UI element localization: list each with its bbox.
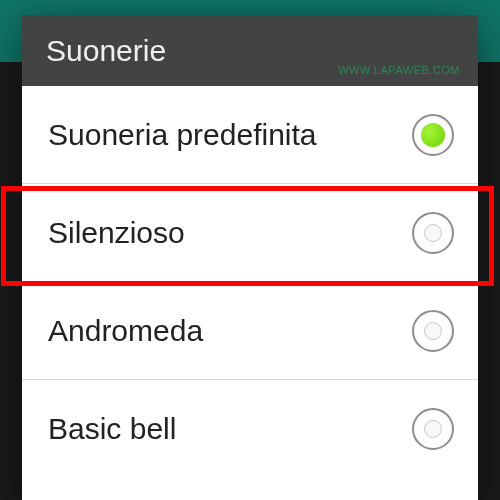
list-item[interactable]: Andromeda [22,282,478,380]
radio-icon[interactable] [412,114,454,156]
ringtone-label: Andromeda [48,314,203,348]
radio-icon[interactable] [412,408,454,450]
radio-icon[interactable] [412,310,454,352]
dialog-title-bar: Suonerie WWW.LAPAWEB.COM [22,15,478,86]
list-item[interactable]: Silenzioso [22,184,478,282]
ringtone-label: Silenzioso [48,216,185,250]
radio-icon[interactable] [412,212,454,254]
list-item[interactable]: Basic bell [22,380,478,478]
dialog-title: Suonerie [46,34,166,67]
ringtone-label: Basic bell [48,412,176,446]
list-item[interactable]: Suoneria predefinita [22,86,478,184]
ringtone-list: Suoneria predefinita Silenzioso Andromed… [22,86,478,478]
watermark-text: WWW.LAPAWEB.COM [338,64,460,76]
ringtone-dialog: Suonerie WWW.LAPAWEB.COM Suoneria predef… [22,15,478,500]
ringtone-label: Suoneria predefinita [48,118,317,152]
